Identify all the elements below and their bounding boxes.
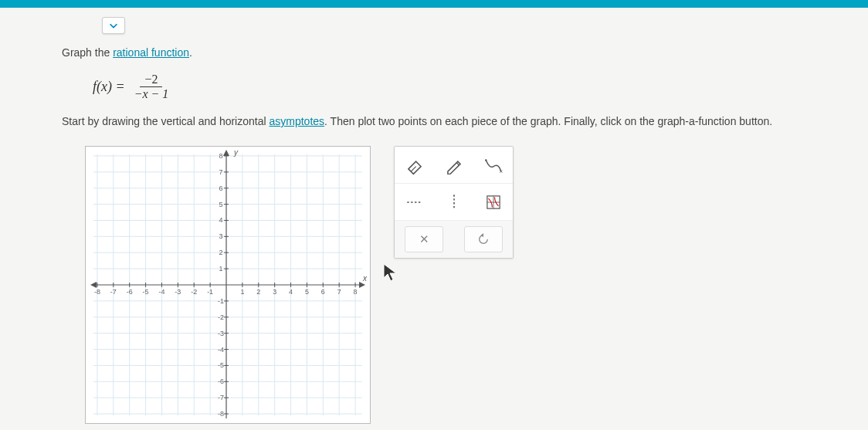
v-asymptote-tool[interactable]: [439, 188, 470, 216]
svg-text:-1: -1: [218, 297, 224, 305]
svg-text:7: 7: [219, 168, 223, 176]
svg-text:-8: -8: [94, 288, 100, 296]
svg-text:-8: -8: [218, 410, 224, 418]
question-content: Graph the rational function. f(x) = −2 −…: [0, 8, 868, 424]
graph-function-icon: [483, 192, 504, 212]
svg-text:-7: -7: [218, 394, 224, 401]
svg-text:8: 8: [354, 288, 358, 296]
grid-svg: -8-7-6-5-4-3-2-112345678 12345678 -1-2-3…: [86, 147, 370, 423]
y-axis-label: y: [234, 148, 238, 157]
svg-text:2: 2: [256, 288, 260, 296]
svg-text:-6: -6: [218, 378, 224, 385]
eraser-tool[interactable]: [399, 151, 430, 179]
svg-text:3: 3: [273, 288, 276, 296]
instruction-line-2: Start by drawing the vertical and horizo…: [62, 115, 814, 127]
pencil-icon: [444, 155, 464, 175]
workspace: y x: [85, 146, 814, 424]
svg-text:-3: -3: [218, 330, 224, 337]
graph-function-tool[interactable]: [478, 188, 509, 216]
svg-text:4: 4: [289, 288, 293, 296]
svg-text:2: 2: [219, 249, 223, 256]
svg-text:8: 8: [219, 152, 223, 160]
curve-icon: [483, 155, 504, 175]
svg-text:5: 5: [305, 288, 309, 296]
tool-row-3: ✕: [395, 221, 513, 258]
formula-denominator: −x − 1: [130, 87, 174, 101]
svg-marker-35: [359, 282, 365, 288]
pencil-tool[interactable]: [439, 151, 470, 179]
svg-marker-36: [90, 282, 97, 288]
reset-button[interactable]: [464, 226, 503, 252]
svg-text:1: 1: [219, 265, 223, 273]
asymptotes-link[interactable]: asymptotes: [269, 115, 324, 127]
x-axis-label: x: [363, 274, 367, 283]
svg-text:-6: -6: [127, 288, 133, 296]
header-bar: Graphing a rational function: Constant o…: [0, 0, 868, 8]
svg-text:-4: -4: [218, 346, 224, 354]
x-icon: ✕: [419, 232, 429, 246]
svg-text:-7: -7: [110, 288, 117, 296]
clear-button[interactable]: ✕: [405, 226, 443, 252]
graph-canvas[interactable]: y x: [85, 146, 371, 424]
svg-marker-34: [223, 150, 229, 156]
h-asymptote-tool[interactable]: [399, 188, 430, 216]
rational-function-link[interactable]: rational function: [113, 46, 189, 59]
intro-suffix: .: [189, 46, 192, 59]
formula-lhs: f(x) =: [93, 79, 125, 95]
v-dashed-icon: [444, 192, 464, 212]
svg-text:-1: -1: [207, 288, 213, 296]
formula-fraction: −2 −x − 1: [130, 73, 174, 101]
svg-text:6: 6: [321, 288, 325, 296]
eraser-icon: [405, 155, 425, 175]
svg-text:-3: -3: [175, 288, 181, 296]
svg-text:7: 7: [337, 288, 341, 296]
svg-text:-5: -5: [218, 361, 224, 369]
h-dashed-icon: [405, 192, 425, 212]
svg-point-102: [485, 159, 487, 161]
instruction-line-1: Graph the rational function.: [62, 46, 814, 59]
svg-marker-110: [480, 233, 483, 237]
svg-text:4: 4: [219, 216, 223, 224]
svg-text:-2: -2: [191, 288, 197, 296]
tool-row-1: [395, 147, 513, 184]
toolbox: ✕: [394, 146, 514, 259]
formula: f(x) = −2 −x − 1: [93, 73, 814, 101]
mid-prefix: Start by drawing the vertical and horizo…: [62, 115, 269, 127]
svg-text:3: 3: [219, 232, 223, 240]
svg-text:-5: -5: [143, 288, 149, 296]
svg-text:-2: -2: [218, 313, 224, 321]
curve-tool[interactable]: [478, 151, 509, 179]
reset-icon: [477, 233, 490, 245]
intro-prefix: Graph the: [62, 46, 113, 59]
chevron-down-icon: [108, 20, 119, 31]
svg-text:5: 5: [219, 201, 223, 208]
svg-text:-4: -4: [159, 288, 165, 296]
svg-text:6: 6: [219, 185, 223, 192]
tool-row-2: [395, 184, 513, 221]
mid-suffix: . Then plot two points on each piece of …: [324, 115, 772, 127]
collapse-toggle[interactable]: [102, 17, 125, 34]
formula-numerator: −2: [140, 73, 162, 87]
svg-text:1: 1: [240, 288, 244, 296]
